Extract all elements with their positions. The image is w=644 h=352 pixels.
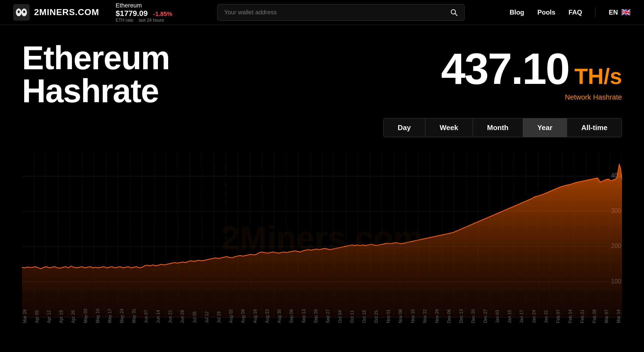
nav-links: Blog Pools FAQ EN 🇬🇧 [510,7,631,17]
svg-line-6 [455,13,457,16]
x-label-aug30: Aug 30 [277,307,282,323]
time-filters: Day Week Month Year All-time [383,118,622,137]
hashrate-value-row: 437.10 TH/s [441,47,622,91]
x-label-jan31: Jan 31 [544,307,549,323]
svg-point-5 [451,10,456,14]
page-title: Ethereum Hashrate [22,41,170,107]
time-btn-year[interactable]: Year [523,119,567,137]
time-btn-week[interactable]: Week [425,119,473,137]
eth-name: Ethereum [116,2,173,9]
x-label-aug23: Aug 23 [265,307,270,323]
x-label-jun14: Jun 14 [156,307,161,323]
x-label-apr12: Apr 12 [47,307,52,323]
logo-area: 2MINERS.COM [13,4,99,21]
search-area [183,4,498,21]
page-title-line2: Hashrate [22,72,159,109]
x-label-mar14: Mar 14 [616,307,621,323]
x-label-may24: May 24 [120,307,124,323]
nav-pools[interactable]: Pools [537,9,555,16]
x-label-jan03: Jan 03 [495,307,500,323]
time-btn-month[interactable]: Month [473,119,523,137]
svg-point-4 [23,10,25,13]
x-label-sep27: Sep 27 [326,307,331,323]
x-label-apr26: Apr 26 [71,307,76,323]
nav-divider [595,7,596,17]
x-label-may03: May 03 [83,307,88,323]
x-label-mar29: Mar 29 [23,307,27,323]
search-button[interactable] [450,9,458,16]
chart-container: 2Miners.com [22,153,622,323]
svg-point-3 [18,10,20,13]
flag-icon: 🇬🇧 [621,8,631,17]
x-label-mar07: Mar 07 [604,307,609,323]
x-label-sep06: Sep 06 [289,307,294,323]
x-label-feb07: Feb 07 [556,307,561,323]
hashrate-chart: 400 Th/s 300 Th/s 200 Th/s 100 Th/s [22,153,622,323]
time-btn-day[interactable]: Day [384,119,426,137]
hashrate-label: Network Hashrate [565,93,622,101]
x-label-aug02: Aug 02 [229,307,234,323]
hero-row: Ethereum Hashrate 437.10 TH/s Network Ha… [22,41,622,107]
x-label-apr05: Apr 05 [35,307,40,323]
nav-blog[interactable]: Blog [510,9,524,16]
x-label-may10: May 10 [95,307,100,323]
x-label-nov08: Nov 08 [398,307,403,323]
eth-change: -1.85% [153,10,173,18]
x-label-feb28: Feb 28 [592,307,597,323]
search-input[interactable] [224,9,446,16]
x-label-jan24: Jan 24 [532,307,537,323]
lang-switcher[interactable]: EN 🇬🇧 [609,8,631,17]
x-label-dec20: Dec 20 [471,307,476,323]
search-box [217,4,465,21]
eth-info: Ethereum $1779.09 -1.85% ETH rate last 2… [116,2,173,23]
site-header: 2MINERS.COM Ethereum $1779.09 -1.85% ETH… [0,0,644,25]
x-label-jul19: Jul 19 [216,307,221,323]
lang-text: EN [609,9,618,16]
x-label-dec06: Dec 06 [447,307,452,323]
x-label-nov15: Nov 15 [410,307,415,323]
eth-price: $1779.09 [116,9,148,18]
hashrate-number: 437.10 [441,47,569,91]
hashrate-unit: TH/s [574,65,622,87]
x-label-jan17: Jan 17 [519,307,524,323]
x-label-oct25: Oct 25 [374,307,379,323]
x-label-sep20: Sep 20 [313,307,318,323]
x-label-aug16: Aug 16 [253,307,258,323]
logo-icon [13,4,30,21]
x-label-nov22: Nov 22 [423,307,428,323]
x-label-jan10: Jan 10 [507,307,512,323]
logo-text: 2MINERS.COM [34,7,99,17]
hashrate-display: 437.10 TH/s Network Hashrate [441,41,622,101]
x-label-aug09: Aug 09 [241,307,246,323]
x-label-feb21: Feb 21 [580,307,585,323]
x-label-dec13: Dec 13 [459,307,464,323]
x-label-nov01: Nov 01 [386,307,391,323]
x-label-feb14: Feb 14 [568,307,573,323]
x-label-nov29: Nov 29 [435,307,440,323]
x-label-may31: May 31 [132,307,137,323]
x-label-oct11: Oct 11 [350,307,355,323]
eth-rate-label: ETH rate [116,18,133,23]
x-label-jun07: Jun 07 [144,307,149,323]
eth-change-period-label: last 24 hours [139,18,164,23]
x-label-sep13: Sep 13 [301,307,306,323]
x-label-may17: May 17 [107,307,112,323]
x-label-jul12: Jul 12 [204,307,209,323]
x-label-apr19: Apr 19 [59,307,64,323]
search-icon [450,9,458,16]
time-btn-alltime[interactable]: All-time [567,119,622,137]
page-title-line1: Ethereum [22,39,170,76]
nav-faq[interactable]: FAQ [568,9,582,16]
x-label-dec27: Dec 27 [483,307,488,323]
x-label-jul05: Jul 05 [192,307,197,323]
x-label-oct18: Oct 18 [362,307,367,323]
main-content: Ethereum Hashrate 437.10 TH/s Network Ha… [0,25,644,323]
x-label-jun21: Jun 21 [168,307,173,323]
x-label-oct04: Oct 04 [338,307,343,323]
x-label-jun26: Jun 26 [180,307,185,323]
